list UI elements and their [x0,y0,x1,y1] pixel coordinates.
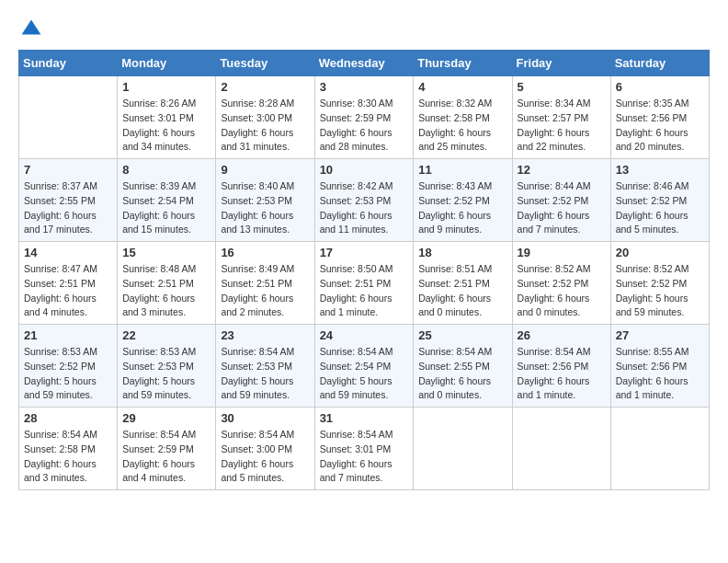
calendar-table: SundayMondayTuesdayWednesdayThursdayFrid… [18,50,710,490]
day-info: Sunrise: 8:55 AM Sunset: 2:56 PM Dayligh… [616,345,704,403]
calendar-cell: 29Sunrise: 8:54 AM Sunset: 2:59 PM Dayli… [118,408,216,490]
calendar-cell: 9Sunrise: 8:40 AM Sunset: 2:53 PM Daylig… [216,159,314,242]
calendar-cell: 17Sunrise: 8:50 AM Sunset: 2:51 PM Dayli… [314,242,414,325]
day-info: Sunrise: 8:54 AM Sunset: 2:56 PM Dayligh… [518,345,606,403]
day-info: Sunrise: 8:47 AM Sunset: 2:51 PM Dayligh… [24,262,112,320]
weekday-header-sunday: Sunday [19,51,118,76]
day-number: 1 [122,80,210,94]
day-number: 5 [518,80,606,94]
calendar-cell: 16Sunrise: 8:49 AM Sunset: 2:51 PM Dayli… [216,242,314,325]
day-number: 19 [518,246,606,259]
calendar-cell: 28Sunrise: 8:54 AM Sunset: 2:58 PM Dayli… [19,408,118,490]
day-info: Sunrise: 8:40 AM Sunset: 2:53 PM Dayligh… [221,179,309,237]
calendar-cell: 23Sunrise: 8:54 AM Sunset: 2:53 PM Dayli… [216,325,314,408]
day-number: 15 [122,246,210,259]
weekday-header-friday: Friday [512,51,610,76]
calendar-week-row: 14Sunrise: 8:47 AM Sunset: 2:51 PM Dayli… [19,242,710,325]
day-number: 10 [320,163,409,177]
day-number: 31 [320,411,409,425]
calendar-cell: 8Sunrise: 8:39 AM Sunset: 2:54 PM Daylig… [118,159,216,242]
day-info: Sunrise: 8:54 AM Sunset: 3:01 PM Dayligh… [320,428,409,486]
calendar-cell: 18Sunrise: 8:51 AM Sunset: 2:51 PM Dayli… [414,242,512,325]
day-number: 9 [221,163,309,177]
calendar-cell: 22Sunrise: 8:53 AM Sunset: 2:53 PM Dayli… [118,325,216,408]
day-info: Sunrise: 8:42 AM Sunset: 2:53 PM Dayligh… [320,179,409,237]
day-number: 23 [221,328,309,342]
day-number: 21 [24,328,112,342]
day-number: 20 [616,246,704,259]
calendar-week-row: 1Sunrise: 8:26 AM Sunset: 3:01 PM Daylig… [19,76,710,159]
calendar-cell: 13Sunrise: 8:46 AM Sunset: 2:52 PM Dayli… [610,159,709,242]
day-number: 17 [320,246,409,259]
day-info: Sunrise: 8:54 AM Sunset: 2:54 PM Dayligh… [320,345,409,403]
calendar-week-row: 28Sunrise: 8:54 AM Sunset: 2:58 PM Dayli… [19,408,710,490]
calendar-week-row: 7Sunrise: 8:37 AM Sunset: 2:55 PM Daylig… [19,159,710,242]
calendar-cell: 11Sunrise: 8:43 AM Sunset: 2:52 PM Dayli… [414,159,512,242]
calendar-cell: 10Sunrise: 8:42 AM Sunset: 2:53 PM Dayli… [314,159,414,242]
calendar-cell: 2Sunrise: 8:28 AM Sunset: 3:00 PM Daylig… [216,76,314,159]
calendar-cell [19,76,118,159]
calendar-cell: 27Sunrise: 8:55 AM Sunset: 2:56 PM Dayli… [610,325,709,408]
calendar-cell: 4Sunrise: 8:32 AM Sunset: 2:58 PM Daylig… [414,76,512,159]
calendar-cell: 26Sunrise: 8:54 AM Sunset: 2:56 PM Dayli… [512,325,610,408]
day-number: 22 [122,328,210,342]
day-info: Sunrise: 8:52 AM Sunset: 2:52 PM Dayligh… [518,262,606,320]
day-info: Sunrise: 8:50 AM Sunset: 2:51 PM Dayligh… [320,262,409,320]
day-info: Sunrise: 8:32 AM Sunset: 2:58 PM Dayligh… [418,97,506,155]
calendar-cell: 12Sunrise: 8:44 AM Sunset: 2:52 PM Dayli… [512,159,610,242]
day-info: Sunrise: 8:53 AM Sunset: 2:52 PM Dayligh… [24,345,112,403]
calendar-cell: 6Sunrise: 8:35 AM Sunset: 2:56 PM Daylig… [610,76,709,159]
weekday-header-row: SundayMondayTuesdayWednesdayThursdayFrid… [19,51,710,76]
day-number: 16 [221,246,309,259]
calendar-week-row: 21Sunrise: 8:53 AM Sunset: 2:52 PM Dayli… [19,325,710,408]
day-number: 24 [320,328,409,342]
day-info: Sunrise: 8:51 AM Sunset: 2:51 PM Dayligh… [418,262,506,320]
calendar-cell: 25Sunrise: 8:54 AM Sunset: 2:55 PM Dayli… [414,325,512,408]
day-number: 14 [24,246,112,259]
day-info: Sunrise: 8:26 AM Sunset: 3:01 PM Dayligh… [122,97,210,155]
day-info: Sunrise: 8:37 AM Sunset: 2:55 PM Dayligh… [24,179,112,237]
day-number: 2 [221,80,309,94]
day-number: 13 [616,163,704,177]
day-number: 6 [616,80,704,94]
day-info: Sunrise: 8:34 AM Sunset: 2:57 PM Dayligh… [518,97,606,155]
day-number: 7 [24,163,112,177]
weekday-header-thursday: Thursday [414,51,512,76]
calendar-cell [414,408,512,490]
day-info: Sunrise: 8:54 AM Sunset: 2:53 PM Dayligh… [221,345,309,403]
day-info: Sunrise: 8:53 AM Sunset: 2:53 PM Dayligh… [122,345,210,403]
day-info: Sunrise: 8:52 AM Sunset: 2:52 PM Dayligh… [616,262,704,320]
calendar-cell: 20Sunrise: 8:52 AM Sunset: 2:52 PM Dayli… [610,242,709,325]
page-header [18,18,710,40]
weekday-header-tuesday: Tuesday [216,51,314,76]
calendar-cell: 19Sunrise: 8:52 AM Sunset: 2:52 PM Dayli… [512,242,610,325]
day-number: 29 [122,411,210,425]
calendar-cell: 15Sunrise: 8:48 AM Sunset: 2:51 PM Dayli… [118,242,216,325]
calendar-cell [512,408,610,490]
logo [18,18,42,40]
day-number: 25 [418,328,506,342]
calendar-cell: 7Sunrise: 8:37 AM Sunset: 2:55 PM Daylig… [19,159,118,242]
day-number: 8 [122,163,210,177]
day-info: Sunrise: 8:30 AM Sunset: 2:59 PM Dayligh… [320,97,409,155]
day-number: 11 [418,163,506,177]
day-info: Sunrise: 8:28 AM Sunset: 3:00 PM Dayligh… [221,97,309,155]
day-info: Sunrise: 8:39 AM Sunset: 2:54 PM Dayligh… [122,179,210,237]
day-info: Sunrise: 8:54 AM Sunset: 2:58 PM Dayligh… [24,428,112,486]
day-number: 30 [221,411,309,425]
weekday-header-saturday: Saturday [610,51,709,76]
day-info: Sunrise: 8:49 AM Sunset: 2:51 PM Dayligh… [221,262,309,320]
day-info: Sunrise: 8:35 AM Sunset: 2:56 PM Dayligh… [616,97,704,155]
calendar-cell: 1Sunrise: 8:26 AM Sunset: 3:01 PM Daylig… [118,76,216,159]
calendar-cell: 5Sunrise: 8:34 AM Sunset: 2:57 PM Daylig… [512,76,610,159]
calendar-cell: 14Sunrise: 8:47 AM Sunset: 2:51 PM Dayli… [19,242,118,325]
day-info: Sunrise: 8:54 AM Sunset: 2:55 PM Dayligh… [418,345,506,403]
day-number: 18 [418,246,506,259]
day-info: Sunrise: 8:54 AM Sunset: 3:00 PM Dayligh… [221,428,309,486]
calendar-cell: 31Sunrise: 8:54 AM Sunset: 3:01 PM Dayli… [314,408,414,490]
weekday-header-monday: Monday [118,51,216,76]
day-number: 26 [518,328,606,342]
day-number: 4 [418,80,506,94]
day-info: Sunrise: 8:54 AM Sunset: 2:59 PM Dayligh… [122,428,210,486]
day-number: 27 [616,328,704,342]
